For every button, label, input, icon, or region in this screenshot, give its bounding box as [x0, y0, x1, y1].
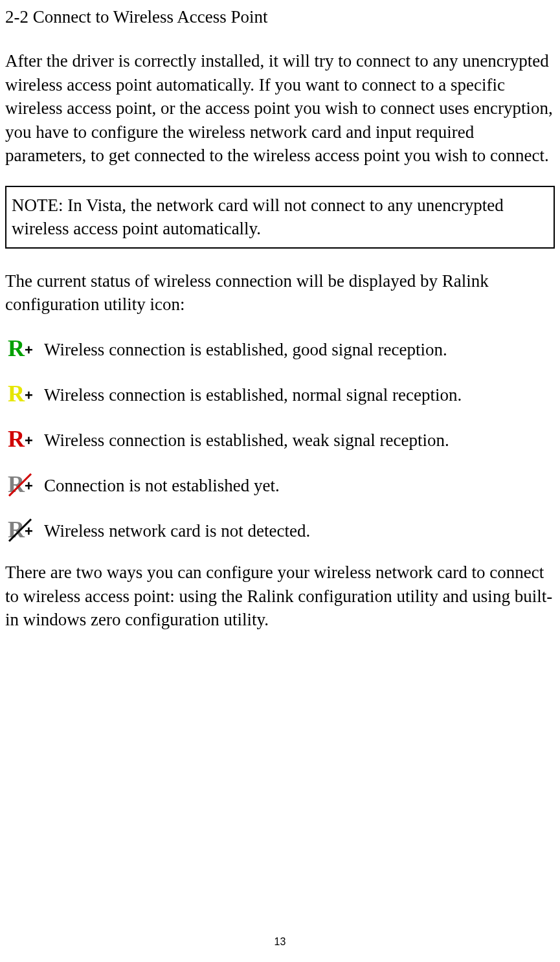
svg-text:+: +	[25, 432, 33, 449]
icon-list: R + Wireless connection is established, …	[5, 334, 555, 546]
paragraph-intro: After the driver is correctly installed,…	[5, 49, 555, 167]
not-detected-icon: R +	[5, 515, 36, 546]
icon-row-weak: R + Wireless connection is established, …	[5, 425, 555, 456]
icon-row-not-detected: R + Wireless network card is not detecte…	[5, 515, 555, 546]
svg-text:R: R	[8, 381, 25, 407]
note-box: NOTE: In Vista, the network card will no…	[5, 186, 555, 249]
icon-label: Wireless network card is not detected.	[44, 519, 310, 543]
svg-text:R: R	[8, 335, 25, 361]
icon-row-good: R + Wireless connection is established, …	[5, 334, 555, 365]
icon-label: Wireless connection is established, good…	[44, 338, 447, 361]
svg-text:R: R	[8, 426, 25, 452]
icon-row-not-connected: R + Connection is not established yet.	[5, 470, 555, 501]
svg-text:+: +	[25, 387, 33, 403]
icon-label: Wireless connection is established, weak…	[44, 429, 449, 452]
signal-good-icon: R +	[5, 334, 36, 365]
signal-weak-icon: R +	[5, 425, 36, 456]
note-text: NOTE: In Vista, the network card will no…	[12, 196, 504, 238]
icon-label: Connection is not established yet.	[44, 474, 280, 497]
page-number: 13	[0, 935, 560, 949]
paragraph-config: There are two ways you can configure you…	[5, 561, 555, 631]
not-connected-icon: R +	[5, 470, 36, 501]
paragraph-status: The current status of wireless connectio…	[5, 269, 555, 317]
icon-row-normal: R + Wireless connection is established, …	[5, 379, 555, 410]
icon-label: Wireless connection is established, norm…	[44, 383, 462, 407]
section-title: 2-2 Connect to Wireless Access Point	[5, 5, 555, 28]
svg-text:+: +	[25, 342, 33, 358]
signal-normal-icon: R +	[5, 379, 36, 410]
